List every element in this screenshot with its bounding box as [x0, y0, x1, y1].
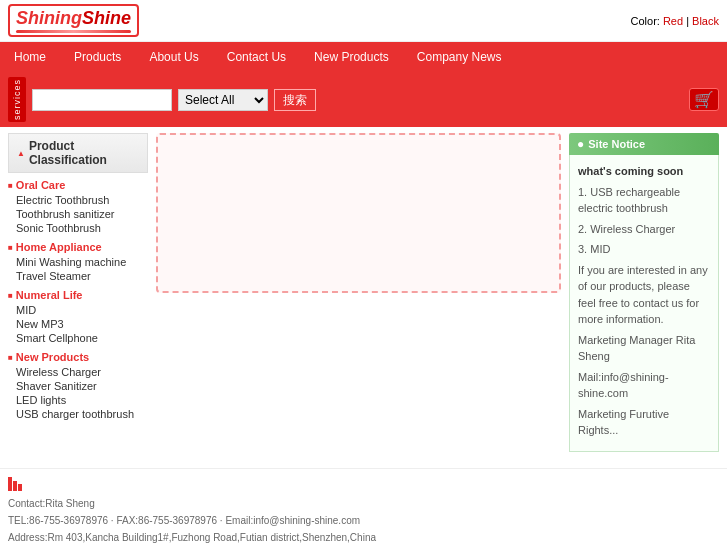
cart-button[interactable]: 🛒: [689, 88, 719, 111]
footer: Contact:Rita Sheng TEL:86-755-36978976 ·…: [0, 468, 727, 545]
header: ShiningShine Color: Red | Black: [0, 0, 727, 42]
color-label: Color:: [631, 15, 660, 27]
sidebar-item-usb-charger[interactable]: USB charger toothbrush: [8, 407, 148, 421]
sidebar-item-smart-cellphone[interactable]: Smart Cellphone: [8, 331, 148, 345]
sidebar: Product Classification Oral Care Electri…: [8, 133, 148, 452]
nav-new-products[interactable]: New Products: [300, 42, 403, 72]
site-notice-body: what's coming soon 1. USB rechargeable e…: [569, 155, 719, 452]
category-new-products: New Products: [8, 351, 148, 363]
logo-box: ShiningShine: [8, 4, 139, 37]
logo: ShiningShine: [8, 4, 139, 37]
bar2: [13, 481, 17, 491]
logo-shining: Shining: [16, 8, 82, 28]
category-home-appliance: Home Appliance: [8, 241, 148, 253]
notice-body-text: If you are interested in any of our prod…: [578, 262, 710, 328]
sidebar-title: Product Classification: [8, 133, 148, 173]
category-numeral-life: Numeral Life: [8, 289, 148, 301]
footer-tel: TEL:86-755-36978976 · FAX:86-755-3697897…: [8, 512, 719, 529]
right-sidebar: ● Site Notice what's coming soon 1. USB …: [569, 133, 719, 452]
notice-icon: ●: [577, 137, 584, 151]
logo-text: ShiningShine: [16, 8, 131, 29]
services-strip: services: [8, 77, 26, 122]
logo-underline: [16, 30, 131, 33]
coming-item-2: 2. Wireless Charger: [578, 221, 710, 238]
coming-item-3: 3. MID: [578, 241, 710, 258]
navigation: Home Products About Us Contact Us New Pr…: [0, 42, 727, 72]
sidebar-item-sonic-toothbrush[interactable]: Sonic Toothbrush: [8, 221, 148, 235]
sidebar-item-mid[interactable]: MID: [8, 303, 148, 317]
category-select[interactable]: Select All Products News: [178, 89, 268, 111]
sidebar-item-new-mp3[interactable]: New MP3: [8, 317, 148, 331]
sidebar-item-electric-toothbrush[interactable]: Electric Toothbrush: [8, 193, 148, 207]
nav-company-news[interactable]: Company News: [403, 42, 516, 72]
search-input[interactable]: [32, 89, 172, 111]
main-content: Product Classification Oral Care Electri…: [0, 127, 727, 458]
site-notice-label: Site Notice: [588, 138, 645, 150]
sidebar-item-wireless-charger[interactable]: Wireless Charger: [8, 365, 148, 379]
center-content: [156, 133, 561, 452]
coming-item-1: 1. USB rechargeable electric toothbrush: [578, 184, 710, 217]
nav-products[interactable]: Products: [60, 42, 135, 72]
sidebar-item-mini-washing[interactable]: Mini Washing machine: [8, 255, 148, 269]
footer-contact: Contact:Rita Sheng: [8, 495, 719, 512]
search-bar: services Select All Products News 搜索 🛒: [0, 72, 727, 127]
mail-label: Mail:info@shining-shine.com: [578, 369, 710, 402]
bar3: [18, 484, 22, 491]
sidebar-item-toothbrush-sanitizer[interactable]: Toothbrush sanitizer: [8, 207, 148, 221]
nav-about[interactable]: About Us: [135, 42, 212, 72]
color-options: Color: Red | Black: [631, 15, 719, 27]
bar1: [8, 477, 12, 491]
contact-label: Marketing Manager Rita Sheng: [578, 332, 710, 365]
nav-contact[interactable]: Contact Us: [213, 42, 300, 72]
category-oral-care: Oral Care: [8, 179, 148, 191]
color-black-link[interactable]: Black: [692, 15, 719, 27]
color-red-link[interactable]: Red: [663, 15, 683, 27]
footer-bar-chart: [8, 477, 719, 491]
main-banner: [156, 133, 561, 293]
sidebar-title-text: Product Classification: [29, 139, 139, 167]
nav-home[interactable]: Home: [0, 42, 60, 72]
sidebar-item-led-lights[interactable]: LED lights: [8, 393, 148, 407]
search-button[interactable]: 搜索: [274, 89, 316, 111]
more-label: Marketing Furutive Rights...: [578, 406, 710, 439]
sidebar-item-shaver-sanitizer[interactable]: Shaver Sanitizer: [8, 379, 148, 393]
coming-soon-title: what's coming soon: [578, 163, 710, 180]
site-notice-title: ● Site Notice: [569, 133, 719, 155]
sidebar-item-travel-steamer[interactable]: Travel Steamer: [8, 269, 148, 283]
footer-address: Address:Rm 403,Kancha Building1#,Fuzhong…: [8, 529, 719, 545]
logo-shine: Shine: [82, 8, 131, 28]
